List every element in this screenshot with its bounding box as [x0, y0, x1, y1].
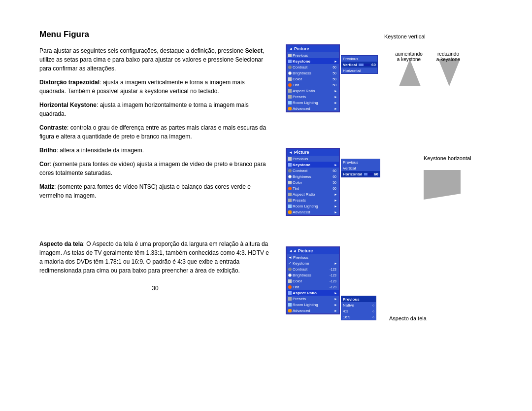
adv-icon3: [288, 309, 292, 312]
menu2-title-text: Picture: [294, 150, 309, 155]
prev-label3: Previous: [293, 255, 337, 260]
menu2-item-presets[interactable]: Presets ►: [287, 197, 339, 203]
submenu3-43[interactable]: 4:3 ○: [341, 308, 376, 314]
menu-item-presets1[interactable]: Presets ►: [287, 94, 339, 100]
sub2-prev-label: Previous: [343, 160, 358, 165]
menu3-item-tint[interactable]: Tint -123: [287, 284, 339, 290]
menu-item-contrast1[interactable]: Contrast 60: [287, 64, 339, 70]
menu3-item-presets[interactable]: Presets ►: [287, 296, 339, 302]
color-val3: -123: [330, 279, 336, 283]
presets-label2: Presets: [293, 198, 333, 203]
menu3-item-keystone[interactable]: ✓ Keystone ►: [287, 260, 339, 266]
roomlighting-label1: Room Lighting: [293, 101, 333, 105]
submenu2-horizontal[interactable]: Horizontal 60: [341, 171, 380, 177]
cor-text: : (somente para fontes de vídeo) ajusta …: [39, 161, 266, 176]
menu-item-roomlighting1[interactable]: Room Lighting ►: [287, 100, 339, 105]
brightness-icon1: [288, 71, 292, 75]
trapezoid-decrease: [438, 59, 460, 88]
color-icon2: [288, 181, 292, 184]
presets-arrow1: ►: [334, 95, 337, 99]
trapezoid-top-shape: [399, 59, 421, 86]
sub2-horiz-label: Horizontal: [343, 172, 362, 176]
sub1-vert-fill: [359, 64, 363, 66]
menu-item-previous1[interactable]: Previous: [287, 52, 339, 58]
submenu3: Previous Native ○ 4:3 ○ 16:9 ○: [341, 296, 376, 320]
aspectratio-label1: Aspect Ratio: [293, 89, 333, 93]
sub1-vert-label: Vertical: [343, 63, 357, 67]
menu2-item-contrast[interactable]: Contrast 60: [287, 168, 339, 173]
menu3-title-text: Picture: [298, 248, 313, 253]
presets-label1: Presets: [293, 95, 333, 99]
matiz-label: Matiz: [39, 183, 54, 190]
sub3-prev-label: Previous: [343, 297, 360, 302]
tint-icon3: [288, 285, 292, 289]
menu-item-color1[interactable]: Color 50: [287, 76, 339, 82]
horizontal-label: Horizontal Keystone: [39, 102, 97, 108]
contrast-icon3: [288, 268, 292, 271]
advanced-arrow3: ►: [334, 309, 337, 312]
submenu1-previous[interactable]: Previous: [341, 56, 377, 62]
menu3-item-advanced[interactable]: Advanced ►: [287, 308, 339, 313]
sub1-horiz-label: Horizontal: [343, 68, 361, 73]
advanced-arrow1: ►: [334, 107, 337, 110]
tint-label2: Tint: [293, 186, 332, 191]
submenu2-previous[interactable]: Previous: [341, 159, 380, 165]
roomlighting-arrow3: ►: [334, 303, 337, 307]
menu-item-aspectratio1[interactable]: Aspect Ratio ►: [287, 88, 339, 94]
submenu1-vertical[interactable]: Vertical 60: [341, 62, 377, 68]
menu3-item-aspectratio[interactable]: Aspect Ratio ►: [287, 290, 339, 296]
cor-label: Cor: [39, 161, 50, 168]
brilho-text: : altera a intensidade da imagem.: [57, 147, 144, 154]
menu2-item-roomlighting[interactable]: Room Lighting ►: [287, 203, 339, 209]
right-column: Keystone vertical ◄ Picture Previous: [286, 30, 498, 391]
sub1-vert-val: 60: [371, 63, 376, 67]
brightness-icon2: [288, 175, 292, 178]
sub2-vert-label: Vertical: [343, 166, 356, 171]
adv-icon2: [288, 210, 292, 214]
tint-val1: 50: [332, 83, 336, 87]
menu3-item-previous[interactable]: ◄ Previous: [287, 254, 339, 260]
menu-item-advanced1[interactable]: Advanced ►: [287, 105, 339, 111]
brightness-val2: 60: [332, 175, 336, 178]
distorcao-paragraph: Distorção trapezoidal: ajusta a imagem v…: [39, 78, 271, 96]
submenu3-previous[interactable]: Previous: [341, 296, 376, 302]
left-column: Menu Figura Para ajustar as seguintes se…: [39, 30, 271, 391]
menu2-item-brightness[interactable]: Brightness 60: [287, 173, 339, 179]
menu2-item-aspectratio[interactable]: Aspect Ratio ►: [287, 191, 339, 197]
aspecto-da-tela-label: Aspecto da tela: [389, 315, 427, 321]
keystone-arrow2: ►: [334, 163, 337, 167]
brilho-label: Brilho: [39, 147, 57, 154]
menu-item-tint1[interactable]: Tint 50: [287, 82, 339, 88]
menu3-item-roomlighting[interactable]: Room Lighting ►: [287, 302, 339, 308]
menu2-item-advanced[interactable]: Advanced ►: [287, 209, 339, 215]
submenu3-native[interactable]: Native ○: [341, 302, 376, 308]
presets-arrow2: ►: [334, 199, 337, 202]
menu2-item-previous[interactable]: Previous: [287, 156, 339, 162]
menu2-item-color[interactable]: Color 50: [287, 179, 339, 185]
menu3-item-color[interactable]: Color -123: [287, 278, 339, 284]
menu3-item-brightness[interactable]: Brightness -123: [287, 272, 339, 278]
color-icon3: [288, 279, 292, 283]
contrast-icon1: [288, 66, 292, 69]
menu2-left-arrow: ◄: [289, 150, 293, 155]
brilho-paragraph: Brilho: altera a intensidade da imagem.: [39, 146, 271, 155]
aspect-icon2: [288, 193, 292, 196]
page-container: Menu Figura Para ajustar as seguintes se…: [0, 0, 532, 411]
menu2-item-keystone[interactable]: Keystone ►: [287, 162, 339, 168]
contraste-text: : controla o grau de diferença entre as …: [39, 124, 266, 140]
menu3-section: ◄◄ Picture ◄ Previous ✓ Keystone ► Co: [286, 246, 498, 345]
keystone-horizontal-label: Keystone horizontal: [424, 155, 471, 161]
menu2-item-tint[interactable]: Tint 60: [287, 185, 339, 191]
contrast-label2: Contrast: [293, 169, 332, 173]
sub3-43-radio: ○: [372, 309, 374, 313]
submenu2-vertical[interactable]: Vertical: [341, 165, 380, 171]
presets-icon2: [288, 199, 292, 202]
menu3-item-contrast[interactable]: Contrast -123: [287, 266, 339, 272]
prev-label2: Previous: [293, 157, 337, 161]
menu-item-keystone1[interactable]: Keystone ►: [287, 58, 339, 64]
sub1-prev-label: Previous: [343, 57, 358, 61]
menu-item-brightness1[interactable]: Brightness 50: [287, 70, 339, 76]
submenu1-horizontal[interactable]: Horizontal: [341, 68, 377, 73]
submenu3-169[interactable]: 16:9 ○: [341, 314, 376, 320]
keystone-icon2: [288, 163, 292, 167]
